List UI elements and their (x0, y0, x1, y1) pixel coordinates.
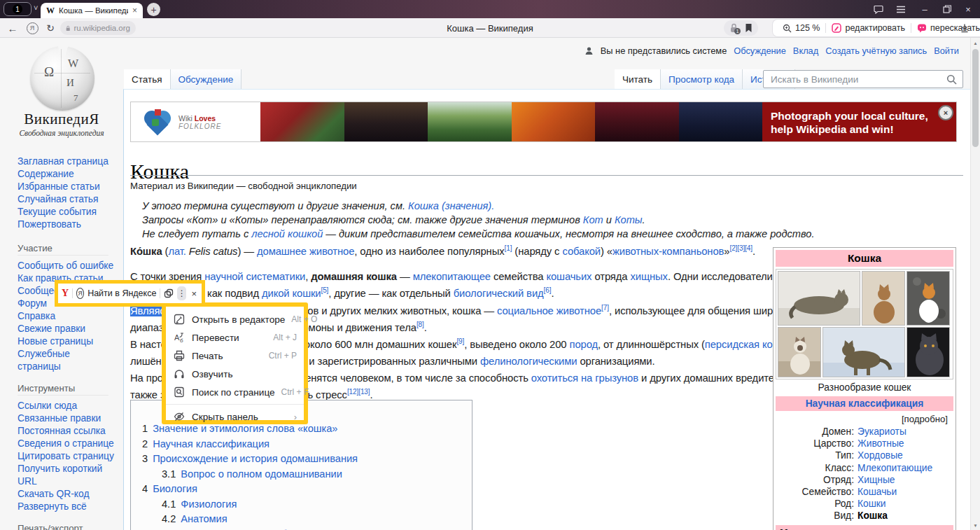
tab-Просмотр кода[interactable]: Просмотр кода (661, 69, 743, 89)
sidebar-link[interactable]: Ссылки сюда (18, 400, 115, 412)
menu-item-editor[interactable]: Открыть в редактореAlt + O (166, 310, 304, 328)
menu-item-find[interactable]: Поиск по страницеCtrl + F (166, 383, 304, 401)
tab-close-icon[interactable]: × (132, 6, 137, 15)
sidebar-link[interactable]: Получить короткий URL (18, 463, 115, 488)
reload-icon[interactable]: ↻ (42, 18, 59, 38)
window-close-icon[interactable]: × (958, 0, 979, 18)
address-bar[interactable]: ru.wikipedia.org (60, 21, 136, 35)
wiki-link[interactable]: социальное животное (497, 305, 601, 316)
protect-icon[interactable]: 1 (729, 23, 738, 33)
sidebar-link[interactable]: Служебные страницы (18, 348, 115, 373)
taxonomy-value[interactable]: Хищные (858, 474, 895, 486)
sidebar-link[interactable]: Содержание (18, 168, 115, 181)
reference-link[interactable]: [12][13] (347, 388, 370, 396)
sidebar-link[interactable]: Связанные правки (18, 412, 115, 425)
taxonomy-value[interactable]: Хордовые (858, 449, 903, 461)
wiki-link[interactable]: Коты (615, 214, 643, 225)
cat-photo[interactable] (862, 271, 905, 326)
toc-item[interactable]: 2Научная классификация (142, 437, 472, 452)
cat-photo[interactable] (822, 327, 905, 377)
menu-item-hide-panel[interactable]: Скрыть панель › (166, 407, 304, 426)
wiki-link[interactable]: Кот (583, 214, 603, 225)
menu-item-translate[interactable]: АбПеревестиAlt + J (166, 328, 304, 347)
taxonomy-value[interactable]: Кошки (858, 498, 886, 510)
wiki-link[interactable]: охотиться на грызунов (531, 372, 638, 384)
sidebar-link[interactable]: Избранные статьи (18, 181, 115, 193)
edit-page-button[interactable]: редактировать (826, 23, 911, 33)
reference-link[interactable]: [1] (505, 244, 512, 252)
wiki-link[interactable]: домашнее животное (257, 246, 354, 257)
tab-Обсуждение[interactable]: Обсуждение (171, 69, 242, 89)
reference-link[interactable]: [6] (544, 286, 552, 294)
new-tab-button[interactable]: + (147, 3, 160, 16)
menu-item-voice[interactable]: Озвучить (166, 365, 304, 383)
toc-item[interactable]: 3Происхождение и история одомашнивания (142, 452, 472, 467)
scrollbar-thumb[interactable] (972, 49, 979, 147)
toc-item[interactable]: 4Биология (142, 482, 472, 497)
toc-item[interactable]: 4.2.1Неизученные области (142, 527, 472, 530)
sidebar-link[interactable]: Заглавная страница (18, 155, 115, 168)
wiki-link[interactable]: биологический вид (454, 288, 544, 299)
reference-link[interactable]: [8] (416, 321, 424, 328)
back-icon[interactable]: ← (4, 18, 21, 38)
sidebar-link[interactable]: Сообщить об ошибке (18, 260, 115, 272)
toolbar-close-icon[interactable]: × (190, 288, 198, 299)
search-input[interactable] (769, 74, 946, 85)
sidebar-link[interactable]: Цитировать страницу (18, 450, 115, 463)
browser-tab[interactable]: W Кошка — Википедия × (41, 3, 143, 18)
wiki-link[interactable]: хищных (630, 271, 667, 282)
downloads-icon[interactable] (955, 18, 974, 38)
scroll-down-icon[interactable]: ▼ (971, 520, 980, 530)
wiki-link[interactable]: дикой кошки (262, 288, 321, 299)
search-icon[interactable] (946, 74, 957, 85)
taxonomy-value[interactable]: Млекопитающие (858, 462, 932, 474)
wiki-link[interactable]: кошачьих (546, 271, 592, 282)
cat-photo[interactable] (778, 327, 821, 377)
sidebar-link[interactable]: Пожертвовать (18, 218, 115, 231)
wikipedia-wordmark[interactable]: ВикипедиЯ (0, 111, 123, 128)
toolbar-more-icon[interactable]: ⋮ (177, 286, 186, 300)
personal-link[interactable]: Создать учётную запись (825, 46, 927, 56)
wlf-banner[interactable]: Wiki Loves FOLKLORE Photograph your loca… (130, 102, 957, 142)
wiki-link[interactable]: лесной кошкой (251, 228, 323, 239)
copy-icon[interactable] (164, 288, 174, 298)
sidebar-link[interactable]: Постоянная ссылка (18, 425, 115, 438)
toc-item[interactable]: 4.1Физиология (142, 497, 472, 512)
sidebar-link[interactable]: Сведения о странице (18, 438, 115, 450)
taxonomy-value[interactable]: Кошачьи (858, 486, 897, 498)
reference-link[interactable]: [5] (321, 286, 328, 294)
sidebar-link[interactable]: Развернуть всё (18, 501, 115, 513)
tab-Статья[interactable]: Статья (124, 69, 171, 89)
taxonomy-value[interactable]: Животные (858, 438, 904, 449)
cat-photo[interactable] (906, 327, 950, 377)
wiki-link[interactable]: собакой (562, 246, 601, 257)
browser-dialogs-icon[interactable] (868, 0, 889, 18)
wiki-link[interactable]: Кошка (значения). (408, 200, 494, 211)
personal-link[interactable]: Войти (934, 46, 959, 56)
details-link[interactable]: [подробно] (776, 411, 953, 426)
wiki-link[interactable]: научной систематики (204, 271, 305, 282)
bookmark-icon[interactable] (745, 23, 752, 33)
cat-photo[interactable] (906, 271, 950, 326)
sidebar-link[interactable]: Свежие правки (18, 323, 115, 335)
banner-close-icon[interactable]: × (938, 105, 953, 120)
sidebar-link[interactable]: Справка (18, 310, 115, 323)
sidebar-link[interactable]: Случайная статья (18, 193, 115, 206)
tab-counter-button[interactable]: 1 (4, 2, 31, 16)
menu-item-print[interactable]: ПечатьCtrl + P (166, 347, 304, 365)
reference-link[interactable]: [9] (456, 337, 464, 345)
wiki-link[interactable]: пород (570, 339, 598, 350)
wiki-link[interactable]: млекопитающее (413, 271, 491, 282)
personal-link[interactable]: Обсуждение (734, 46, 786, 56)
yandex-logo-icon[interactable]: Y (62, 288, 69, 299)
window-restore-icon[interactable] (937, 0, 958, 18)
wiki-link[interactable]: животных-компаньонов (612, 246, 724, 257)
browser-menu-icon[interactable] (890, 0, 911, 18)
wikipedia-logo[interactable]: Ω W И 7 (27, 46, 97, 116)
page-scrollbar[interactable]: ▲ ▼ (970, 38, 980, 530)
window-minimize-icon[interactable]: – (914, 0, 935, 18)
wiki-search[interactable] (763, 70, 963, 88)
zoom-control[interactable]: 125 % (777, 23, 825, 33)
tab-Читать[interactable]: Читать (615, 69, 661, 89)
personal-link[interactable]: Вклад (793, 46, 818, 56)
